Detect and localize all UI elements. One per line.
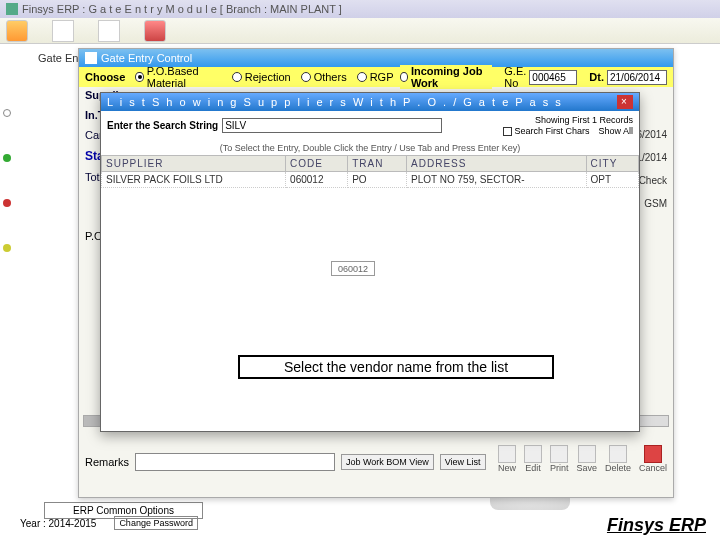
radio-others[interactable]: Others — [301, 71, 347, 83]
search-label: Enter the Search String — [107, 120, 218, 131]
instruction-callout: Select the vendor name from the list — [238, 355, 554, 379]
toolbar-icon-1[interactable] — [6, 20, 28, 42]
panel-icon — [85, 52, 97, 64]
ge-no-input[interactable] — [529, 70, 577, 85]
side-indicators — [0, 90, 14, 270]
toolbar-icon-3[interactable] — [98, 20, 120, 42]
table-row[interactable]: SILVER PACK FOILS LTD 060012 PO PLOT NO … — [102, 171, 639, 187]
choose-label: Choose — [85, 71, 125, 83]
toolbar-icon-4[interactable] — [144, 20, 166, 42]
close-icon[interactable]: × — [617, 95, 633, 109]
choose-row: Choose P.O.Based Material Rejection Othe… — [79, 67, 673, 87]
col-address[interactable]: ADDRESS — [407, 155, 587, 171]
search-input[interactable] — [222, 118, 442, 133]
selection-hint: (To Select the Entry, Double Click the E… — [101, 141, 639, 155]
edit-button[interactable]: Edit — [524, 445, 542, 473]
date-input[interactable] — [607, 70, 667, 85]
right-date-1: 6/2014 — [636, 129, 667, 140]
col-tran[interactable]: TRAN — [348, 155, 407, 171]
app-icon — [6, 3, 18, 15]
view-list-button[interactable]: View List — [440, 454, 486, 470]
save-button[interactable]: Save — [576, 445, 597, 473]
supplier-list-dialog: L i s t S h o w i n g S u p p l i e r s … — [100, 92, 640, 432]
radio-rgp[interactable]: RGP — [357, 71, 394, 83]
print-button[interactable]: Print — [550, 445, 569, 473]
brand-logo: Finsys ERP — [607, 515, 706, 536]
remarks-input[interactable] — [135, 453, 335, 471]
code-popup: 060012 — [331, 261, 375, 276]
gsm-label: GSM — [644, 198, 667, 209]
search-first-chars-checkbox[interactable] — [503, 127, 512, 136]
date-label: Dt. — [589, 71, 604, 83]
erp-common-options-button[interactable]: ERP Common Options — [44, 502, 203, 519]
show-all-link[interactable]: Show All — [598, 126, 633, 137]
right-date-2: L/2014 — [636, 152, 667, 163]
showing-records: Showing First 1 Records — [503, 115, 633, 126]
list-dialog-title-bar: L i s t S h o w i n g S u p p l i e r s … — [101, 93, 639, 111]
toolbar-icon-2[interactable] — [52, 20, 74, 42]
jobwork-bom-view-button[interactable]: Job Work BOM View — [341, 454, 434, 470]
supplier-table: SUPPLIER CODE TRAN ADDRESS CITY SILVER P… — [101, 155, 639, 188]
year-label: Year : 2014-2015 — [20, 518, 96, 529]
main-title-bar: Finsys ERP : G a t e E n t r y M o d u l… — [0, 0, 720, 18]
col-code[interactable]: CODE — [286, 155, 348, 171]
new-button[interactable]: New — [498, 445, 516, 473]
radio-incoming-jobwork[interactable]: Incoming Job Work — [400, 65, 493, 89]
delete-button[interactable]: Delete — [605, 445, 631, 473]
cancel-button[interactable]: Cancel — [639, 445, 667, 473]
panel-title: Gate Entry Control — [101, 52, 192, 64]
ge-no-label: G.E. No — [504, 65, 526, 89]
search-first-chars-label: Search First Chars — [514, 126, 589, 137]
list-dialog-title: L i s t S h o w i n g S u p p l i e r s … — [107, 96, 563, 108]
main-toolbar — [0, 18, 720, 44]
col-city[interactable]: CITY — [586, 155, 638, 171]
remarks-label: Remarks — [85, 456, 129, 468]
col-supplier[interactable]: SUPPLIER — [102, 155, 286, 171]
radio-rejection[interactable]: Rejection — [232, 71, 291, 83]
window-title: Finsys ERP : G a t e E n t r y M o d u l… — [22, 3, 342, 15]
radio-po-based[interactable]: P.O.Based Material — [135, 65, 221, 89]
